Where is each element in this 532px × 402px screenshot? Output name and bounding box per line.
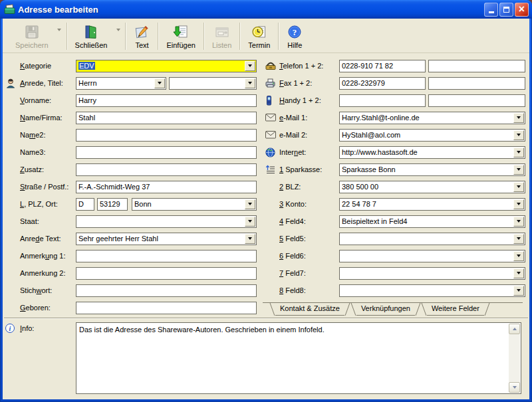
handy-icon-slot	[265, 96, 279, 106]
scroll-up-button[interactable]	[509, 324, 520, 334]
staat-combo[interactable]	[76, 215, 257, 228]
blz-combo-dropdown-button[interactable]	[513, 182, 524, 192]
minimize-icon	[489, 11, 494, 13]
feld6-combo-dropdown-button[interactable]	[513, 251, 524, 261]
tab-weitere-felder[interactable]: Weitere Felder	[421, 303, 490, 316]
konto-combo[interactable]: 22 54 78 7	[339, 198, 525, 211]
scroll-down-button[interactable]	[509, 382, 520, 393]
anmerkung2-input[interactable]	[76, 267, 257, 280]
feld6-combo[interactable]	[339, 250, 525, 262]
fax-input-1[interactable]: 0228-232979	[339, 77, 426, 90]
toolbar-text-label: Text	[135, 41, 148, 49]
internet-icon-slot	[265, 148, 279, 157]
anrede-combo-2-dropdown-button[interactable]	[245, 78, 255, 88]
feld7-combo-dropdown-button[interactable]	[513, 268, 524, 278]
anrede-text-combo-dropdown-button[interactable]	[245, 234, 255, 244]
chevron-down-icon	[517, 185, 521, 188]
toolbar-einfuegen-button[interactable]: Einfügen	[160, 20, 201, 51]
info-icon-slot	[5, 324, 20, 333]
row-name3: Name3:	[5, 146, 257, 159]
plz-ort-city-combo-dropdown-button[interactable]	[245, 199, 255, 209]
window-title: Adresse bearbeiten	[18, 5, 484, 15]
vorname-input[interactable]: Harry	[76, 94, 257, 107]
minimize-button[interactable]	[484, 3, 498, 17]
chevron-down-icon	[517, 134, 521, 136]
blz-combo[interactable]: 380 500 00	[339, 181, 525, 193]
tab-verknuepfungen[interactable]: Verknüpfungen	[350, 303, 421, 316]
maximize-button[interactable]	[499, 3, 513, 17]
sparkasse-combo-dropdown-button[interactable]	[513, 165, 524, 175]
anrede-combo-1[interactable]: Herrn	[76, 77, 166, 90]
name3-fields	[76, 146, 257, 159]
feld5-combo-dropdown-button[interactable]	[513, 234, 524, 244]
plz-ort-zip-value: 53129	[100, 200, 120, 208]
plz-ort-zip[interactable]: 53129	[97, 198, 128, 211]
staat-combo-dropdown-button[interactable]	[245, 217, 255, 227]
row-feld4: 4 Feld4:Beispieltext in Feld4	[265, 215, 525, 228]
strasse-input[interactable]: F.-A.-Schmidt-Weg 37	[76, 181, 257, 193]
feld8-combo[interactable]	[339, 284, 525, 297]
toolbar-termin-button[interactable]: Termin	[242, 20, 276, 51]
row-stichwort: Stichwort:	[5, 284, 257, 297]
toolbar-text-button[interactable]: Text	[128, 20, 156, 51]
name3-input[interactable]	[76, 146, 257, 159]
handy-input-1[interactable]	[339, 94, 426, 107]
person-icon	[5, 78, 16, 88]
toolbar-hilfe-button[interactable]: ?Hilfe	[281, 20, 309, 51]
close-button[interactable]	[515, 3, 529, 17]
feld7-combo-value	[340, 268, 513, 279]
email1-combo-dropdown-button[interactable]	[513, 113, 524, 123]
vorname-input-value: Harry	[78, 96, 96, 104]
zusatz-input[interactable]	[76, 163, 257, 176]
tab-weitere-felder-label: Weitere Felder	[432, 304, 479, 312]
tab-kontakt-zusaetze[interactable]: Kontakt & Zusätze	[269, 303, 350, 316]
sparkasse-combo[interactable]: Sparkasse Bonn	[339, 163, 525, 176]
kategorie-combo-dropdown-button[interactable]	[245, 61, 255, 71]
stichwort-input[interactable]	[76, 284, 257, 297]
telefon-input-2[interactable]	[428, 60, 525, 72]
kategorie-combo[interactable]: EDV	[76, 60, 257, 72]
email2-combo-dropdown-button[interactable]	[513, 130, 524, 140]
internet-combo[interactable]: http://www.hastasoft.de	[339, 146, 525, 159]
toolbar-speichern-dropdown-caret[interactable]	[55, 20, 65, 31]
feld4-combo[interactable]: Beispieltext in Feld4	[339, 215, 525, 228]
telefon-input-1[interactable]: 0228-910 71 82	[339, 60, 426, 72]
anrede-text-combo[interactable]: Sehr geehrter Herr Stahl	[76, 233, 257, 245]
name2-input[interactable]	[76, 129, 257, 142]
zusatz-label: Zusatz:	[20, 165, 76, 173]
row-feld6: 6 Feld6:	[265, 249, 525, 262]
email1-combo[interactable]: Harry.Stahl@t-online.de	[339, 112, 525, 124]
internet-combo-dropdown-button[interactable]	[513, 148, 524, 157]
email2-combo[interactable]: HyStahl@aol.com	[339, 129, 525, 142]
anmerkung1-input[interactable]	[76, 250, 257, 262]
feld5-fields	[339, 232, 525, 245]
feld4-combo-dropdown-button[interactable]	[513, 217, 524, 227]
feld7-combo[interactable]	[339, 267, 525, 280]
name3-label: Name3:	[20, 148, 76, 156]
horizontal-separator	[4, 318, 528, 319]
anrede-combo-2[interactable]	[169, 77, 257, 90]
info-section: Info: Das ist die Adresse des Shareware-…	[5, 322, 521, 394]
toolbar-schliessen-dropdown-caret[interactable]	[113, 20, 123, 31]
address-book-icon	[3, 3, 15, 15]
handy-input-2[interactable]	[428, 94, 525, 107]
toolbar-termin-label: Termin	[248, 41, 270, 49]
toolbar-schliessen-button[interactable]: Schließen	[69, 20, 114, 51]
geboren-input[interactable]	[76, 302, 257, 314]
plz-ort-city-combo[interactable]: Bonn	[132, 198, 257, 211]
anrede-text-label: Anrede Text:	[20, 235, 76, 243]
feld8-combo-dropdown-button[interactable]	[513, 286, 524, 296]
info-scrollbar[interactable]	[509, 324, 520, 393]
name-firma-input[interactable]: Stahl	[76, 112, 257, 124]
chevron-down-icon	[517, 220, 521, 223]
fax-input-2[interactable]	[428, 77, 525, 90]
info-textarea[interactable]: Das ist die Adresse des Shareware-Autore…	[76, 322, 521, 394]
titlebar[interactable]: Adresse bearbeiten	[0, 0, 532, 19]
info-label: Info:	[20, 322, 76, 332]
plz-ort-country[interactable]: D	[76, 198, 94, 211]
konto-combo-dropdown-button[interactable]	[513, 199, 524, 209]
fax-fields: 0228-232979	[339, 76, 525, 90]
toolbar-speichern-button: Speichern	[9, 20, 55, 51]
anrede-combo-1-dropdown-button[interactable]	[154, 78, 165, 88]
feld5-combo[interactable]	[339, 233, 525, 245]
